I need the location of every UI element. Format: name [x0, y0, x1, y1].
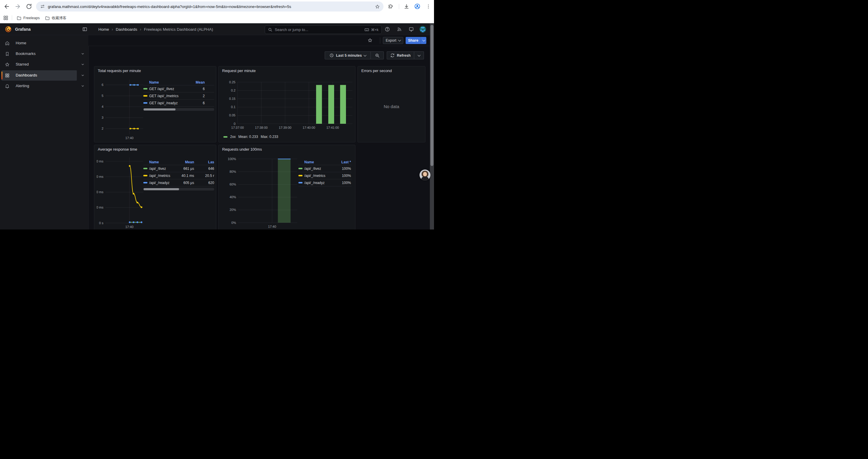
panel-legend-table[interactable]: NameMeanLas/api/_/livez661 µs646/api/_/m…	[143, 159, 214, 191]
panel-request-per-minute: Request per minute 0.250.20.150.10.05017…	[218, 66, 355, 142]
time-range-group: Last 5 minutes	[325, 52, 384, 59]
svg-text:6: 6	[102, 83, 103, 87]
grafana-header: Grafana Home › Dashboards › Freeleaps Me…	[0, 24, 430, 35]
svg-text:0.1: 0.1	[231, 105, 236, 109]
svg-text:4: 4	[102, 105, 103, 108]
breadcrumb-separator: ›	[112, 27, 113, 32]
bookmark-star-icon[interactable]	[375, 4, 380, 9]
back-icon[interactable]	[4, 3, 10, 10]
sidebar-item-label: Starred	[16, 62, 29, 66]
series-mean: Mean: 0.233	[239, 135, 258, 139]
scrollbar-thumb[interactable]	[430, 25, 433, 166]
svg-text:17:40: 17:40	[125, 136, 133, 140]
bookmark-folder-freeleaps[interactable]: Freeleaps	[17, 14, 40, 22]
bookmark-icon	[5, 52, 10, 57]
news-rss-icon[interactable]	[397, 27, 402, 32]
svg-text:0: 0	[234, 122, 236, 126]
refresh-interval-button[interactable]	[414, 52, 424, 59]
panel-errors-per-second: Errors per second No data	[358, 66, 426, 142]
panel-title[interactable]: Average response time	[98, 147, 137, 152]
share-label: Share	[408, 38, 418, 42]
panel-legend-inline[interactable]: 2xx Mean: 0.233 Max: 0.233	[223, 135, 278, 139]
user-avatar[interactable]	[420, 26, 426, 32]
svg-text:5: 5	[102, 94, 103, 97]
panel-legend-table[interactable]: NameMeanGET /api/_/livez6GET /api/_/metr…	[143, 79, 214, 111]
panel-title[interactable]: Request per minute	[222, 68, 255, 73]
sidebar-item-alerting[interactable]: Alerting	[0, 81, 88, 91]
sidebar-item-starred[interactable]: Starred	[0, 59, 88, 70]
sidebar-item-home[interactable]: Home	[0, 38, 88, 48]
favorite-star-icon[interactable]	[368, 38, 373, 43]
zoom-out-icon	[375, 53, 380, 58]
series-pill	[223, 136, 227, 138]
help-icon[interactable]	[385, 27, 390, 32]
extensions-icon[interactable]	[388, 4, 394, 9]
page-scrollbar[interactable]	[430, 24, 434, 230]
reload-icon[interactable]	[26, 3, 32, 10]
requests-under-100ms-chart: 100%80%60%40%20%0%17:40	[221, 152, 310, 230]
share-button[interactable]: Share	[406, 37, 421, 44]
toolbar-divider	[399, 4, 399, 9]
apps-grid-icon[interactable]	[3, 15, 8, 21]
svg-text:17:40: 17:40	[268, 225, 276, 228]
export-label: Export	[385, 38, 396, 42]
folder-icon	[45, 15, 50, 21]
export-button[interactable]: Export	[383, 37, 403, 44]
sidebar-item-dashboards[interactable]: Dashboards	[1, 70, 77, 80]
downloads-icon[interactable]	[404, 4, 409, 9]
svg-text:3: 3	[102, 116, 103, 119]
series-name[interactable]: 2xx	[230, 135, 236, 139]
svg-text:100%: 100%	[228, 157, 236, 161]
svg-text:0.15: 0.15	[229, 97, 236, 100]
no-data-message: No data	[358, 66, 425, 142]
chevron-down-icon[interactable]	[81, 73, 85, 77]
panel-legend-table[interactable]: NameLast */api/_/livez100%/api/_/metrics…	[299, 159, 351, 186]
grafana-logo[interactable]	[5, 26, 11, 32]
share-menu-button[interactable]	[421, 37, 426, 44]
screen: grafana.mathmast.com/d/deytv4rwavabkb/fr…	[0, 0, 434, 230]
svg-text:0.2: 0.2	[231, 89, 236, 92]
dashboards-icon	[5, 73, 10, 78]
browser-menu-icon[interactable]	[426, 4, 431, 9]
panel-title[interactable]: Requests under 100ms	[222, 147, 262, 152]
profile-icon[interactable]	[414, 3, 421, 9]
svg-text:20%: 20%	[229, 208, 236, 211]
bookmark-label: 收藏博客	[52, 15, 66, 21]
address-bar[interactable]: grafana.mathmast.com/d/deytv4rwavabkb/fr…	[36, 1, 383, 11]
clock-icon	[330, 53, 334, 58]
panel-average-response-time: Average response time 80 ms60 ms40 ms20 …	[94, 145, 216, 230]
search-icon	[268, 28, 272, 32]
breadcrumb-dashboards[interactable]: Dashboards	[116, 27, 137, 32]
sidebar-item-bookmarks[interactable]: Bookmarks	[0, 49, 88, 59]
panel-title[interactable]: Total requests per minute	[98, 68, 141, 73]
svg-text:80 ms: 80 ms	[97, 160, 103, 163]
svg-text:2: 2	[102, 127, 103, 130]
chevron-down-icon[interactable]	[81, 52, 85, 56]
home-icon	[5, 41, 10, 46]
chevron-down-icon[interactable]	[81, 84, 85, 88]
chevron-down-icon[interactable]	[81, 63, 85, 66]
bookmark-folder-favorites[interactable]: 收藏博客	[45, 14, 66, 22]
refresh-button[interactable]: Refresh	[387, 52, 414, 59]
breadcrumb: Home › Dashboards › Freeleaps Metrics Da…	[98, 27, 213, 32]
display-icon[interactable]	[409, 27, 414, 32]
breadcrumb-home[interactable]: Home	[98, 27, 109, 32]
svg-text:60%: 60%	[229, 183, 236, 186]
search-shortcut: ⌘+k	[371, 28, 378, 32]
forward-icon[interactable]	[14, 3, 21, 10]
assistant-avatar[interactable]	[420, 169, 430, 181]
search-input[interactable]: Search or jump to... ⌘+k	[265, 25, 382, 34]
svg-text:17:40: 17:40	[125, 225, 133, 229]
sidebar-item-label: Dashboards	[16, 73, 37, 77]
series-max: Max: 0.233	[260, 135, 278, 139]
browser-toolbar: grafana.mathmast.com/d/deytv4rwavabkb/fr…	[0, 0, 434, 13]
sidebar-item-label: Bookmarks	[16, 52, 36, 56]
time-range-picker[interactable]: Last 5 minutes	[325, 52, 371, 59]
total-requests-chart: 6543217:40	[97, 73, 145, 140]
url-text: grafana.mathmast.com/d/deytv4rwavabkb/fr…	[48, 4, 371, 9]
sidebar-toggle-icon[interactable]	[82, 27, 88, 32]
zoom-out-button[interactable]	[371, 52, 384, 59]
site-settings-icon[interactable]	[40, 4, 45, 9]
time-range-label: Last 5 minutes	[336, 54, 362, 58]
folder-icon	[17, 15, 22, 21]
